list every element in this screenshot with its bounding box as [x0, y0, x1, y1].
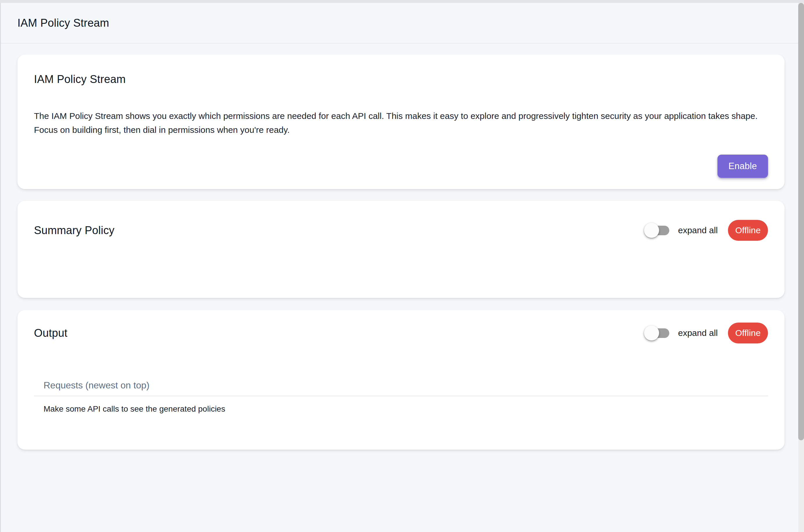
requests-empty-message: Make some API calls to see the generated… [34, 404, 768, 414]
output-header-row: Output expand all Offline [34, 323, 768, 343]
app-window: IAM Policy Stream IAM Policy Stream The … [0, 0, 804, 532]
toggle-knob [644, 325, 659, 341]
page-title: IAM Policy Stream [1, 3, 798, 43]
summary-policy-title: Summary Policy [34, 224, 645, 237]
summary-expand-all-label: expand all [678, 225, 718, 235]
scrollbar-track[interactable] [798, 3, 804, 532]
scrollbar-thumb[interactable] [798, 3, 804, 440]
intro-card-title: IAM Policy Stream [34, 73, 768, 86]
summary-expand-all-toggle[interactable] [645, 226, 669, 235]
intro-card: IAM Policy Stream The IAM Policy Stream … [17, 55, 785, 189]
output-expand-all-label: expand all [678, 328, 718, 338]
summary-policy-header-row: Summary Policy expand all Offline [34, 220, 768, 241]
page-header: IAM Policy Stream [1, 3, 798, 43]
intro-card-description: The IAM Policy Stream shows you exactly … [34, 109, 760, 137]
output-expand-all-toggle[interactable] [645, 328, 669, 338]
output-card: Output expand all Offline Requests (newe… [17, 310, 785, 450]
requests-header: Requests (newest on top) [34, 379, 768, 391]
window-top-edge [0, 0, 804, 3]
main-content: IAM Policy Stream The IAM Policy Stream … [1, 44, 798, 532]
summary-offline-status-badge: Offline [728, 220, 768, 241]
summary-policy-card: Summary Policy expand all Offline [17, 201, 785, 298]
requests-divider [34, 396, 768, 396]
requests-section: Requests (newest on top) Make some API c… [34, 379, 768, 414]
output-title: Output [34, 326, 645, 340]
enable-button[interactable]: Enable [717, 155, 768, 178]
output-offline-status-badge: Offline [728, 323, 768, 343]
toggle-knob [644, 223, 659, 238]
